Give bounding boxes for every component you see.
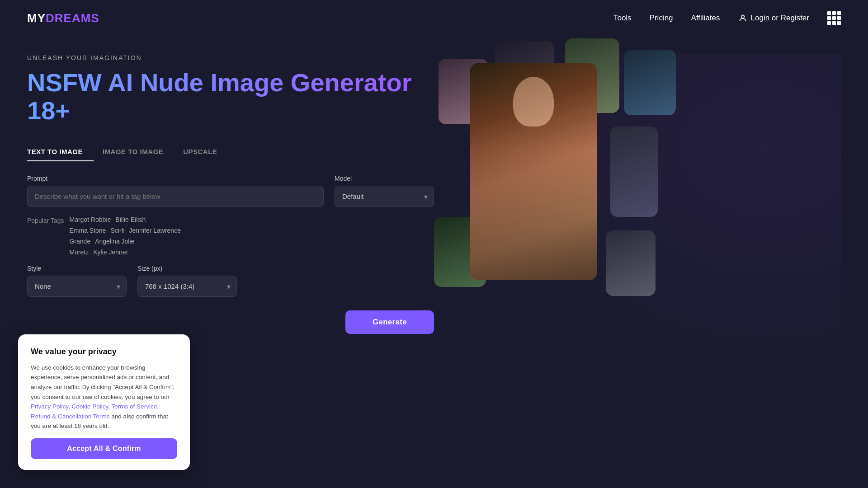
tag-moretz[interactable]: Moretz <box>69 249 89 256</box>
tags-line-1: Margot Robbie Billie Eilish <box>69 216 180 223</box>
size-select-wrapper: 768 x 1024 (3:4) <box>137 276 237 297</box>
cookie-title: We value your privacy <box>31 347 177 357</box>
style-group: Style None <box>27 265 127 297</box>
prompt-label: Prompt <box>27 175 324 182</box>
collage-image-5 <box>610 127 658 217</box>
collage-container <box>434 36 841 371</box>
tags-label: Popular Tags <box>27 216 64 224</box>
cookie-privacy-link[interactable]: Privacy Policy <box>31 403 68 410</box>
cookie-body: We use cookies to enhance your browsing … <box>31 363 177 431</box>
cookie-comma1: , <box>68 403 72 410</box>
hero-title: NSFW AI Nude Image Generator 18+ <box>27 69 434 124</box>
model-select[interactable]: Default <box>335 186 434 207</box>
form-row-1: Prompt Model Default <box>27 175 434 207</box>
grid-menu-icon[interactable] <box>827 11 841 25</box>
left-panel: UNLEASH YOUR IMAGINATION NSFW AI Nude Im… <box>27 54 434 371</box>
logo[interactable]: MYDREAMS <box>27 11 99 25</box>
model-label: Model <box>335 175 434 182</box>
tag-emma-stone[interactable]: Emma Stone <box>69 227 106 234</box>
tags-line-3: Grande Angelina Jolie <box>69 238 180 245</box>
style-select[interactable]: None <box>27 276 127 297</box>
right-panel <box>434 54 841 371</box>
prompt-group: Prompt <box>27 175 324 207</box>
main-content: UNLEASH YOUR IMAGINATION NSFW AI Nude Im… <box>0 36 868 371</box>
tags-line-2: Emma Stone Sci-fi Jennifer Lawrence <box>69 227 180 234</box>
tab-text-to-image[interactable]: TEXT TO IMAGE <box>27 142 94 161</box>
nav-pricing[interactable]: Pricing <box>650 14 673 23</box>
tag-scifi[interactable]: Sci-fi <box>110 227 124 234</box>
cookie-accept-button[interactable]: Accept All & Confirm <box>31 438 177 459</box>
tags-group: Margot Robbie Billie Eilish Emma Stone S… <box>69 216 180 256</box>
tags-row: Popular Tags Margot Robbie Billie Eilish… <box>27 216 434 256</box>
prompt-input[interactable] <box>27 186 324 207</box>
size-select[interactable]: 768 x 1024 (3:4) <box>137 276 237 297</box>
tag-kylie-jenner[interactable]: Kylie Jenner <box>93 249 128 256</box>
model-group: Model Default <box>335 175 434 207</box>
size-label: Size (px) <box>137 265 237 272</box>
collage-image-main <box>470 63 597 280</box>
nav-login[interactable]: Login or Register <box>738 14 809 23</box>
cookie-policy-link[interactable]: Cookie Policy <box>72 403 108 410</box>
cookie-tos-link[interactable]: Terms of Service <box>112 403 157 410</box>
cookie-comma3: , <box>157 403 159 410</box>
tag-grande[interactable]: Grande <box>69 238 90 245</box>
nav-affiliates[interactable]: Affiliates <box>691 14 720 23</box>
collage-image-7 <box>606 230 656 296</box>
model-select-wrapper: Default <box>335 186 434 207</box>
nav-tools[interactable]: Tools <box>613 14 632 23</box>
tag-billie-eilish[interactable]: Billie Eilish <box>115 216 146 223</box>
nav-links: Tools Pricing Affiliates Login or Regist… <box>613 11 841 25</box>
generate-button[interactable]: Generate <box>345 310 434 334</box>
tag-margot-robbie[interactable]: Margot Robbie <box>69 216 111 223</box>
logo-dreams: DREAMS <box>46 11 99 25</box>
form-row-2: Style None Size (px) 768 x 1024 (3:4) <box>27 265 434 297</box>
cookie-banner: We value your privacy We use cookies to … <box>18 334 190 470</box>
hero-subtitle: UNLEASH YOUR IMAGINATION <box>27 54 434 61</box>
cookie-comma2: , <box>108 403 111 410</box>
style-select-wrapper: None <box>27 276 127 297</box>
tag-angelina-jolie[interactable]: Angelina Jolie <box>95 238 134 245</box>
tabs-bar: TEXT TO IMAGE IMAGE TO IMAGE UPSCALE <box>27 142 434 161</box>
tags-line-4: Moretz Kylie Jenner <box>69 249 180 256</box>
logo-my: MY <box>27 11 46 25</box>
user-icon <box>738 14 747 23</box>
cookie-body-text: We use cookies to enhance your browsing … <box>31 364 175 400</box>
navbar: MYDREAMS Tools Pricing Affiliates Login … <box>0 0 868 36</box>
tab-image-to-image[interactable]: IMAGE TO IMAGE <box>103 142 174 161</box>
collage-image-4 <box>624 50 676 115</box>
generate-btn-wrap: Generate <box>27 310 434 334</box>
tab-upscale[interactable]: UPSCALE <box>183 142 228 161</box>
cookie-refund-link[interactable]: Refund & Cancellation Terms <box>31 413 110 420</box>
svg-point-0 <box>741 15 744 18</box>
style-label: Style <box>27 265 127 272</box>
size-group: Size (px) 768 x 1024 (3:4) <box>137 265 237 297</box>
tag-jennifer-lawrence[interactable]: Jennifer Lawrence <box>129 227 181 234</box>
